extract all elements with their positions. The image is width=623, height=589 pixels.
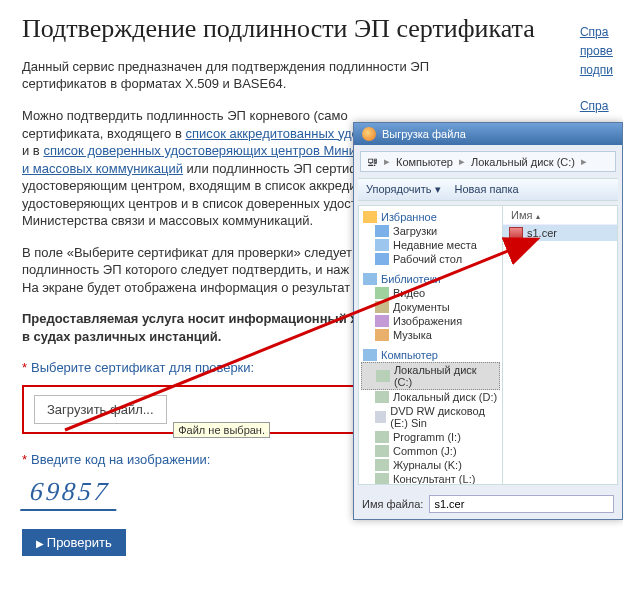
- organize-button[interactable]: Упорядочить ▾: [366, 183, 441, 196]
- new-folder-button[interactable]: Новая папка: [455, 183, 519, 196]
- tree-drive-d[interactable]: Локальный диск (D:): [361, 390, 500, 404]
- accredited-link[interactable]: список аккредитованных удо: [185, 126, 358, 141]
- libraries-group[interactable]: Библиотеки: [361, 272, 500, 286]
- favorites-group[interactable]: Избранное: [361, 210, 500, 224]
- tree-drive-k[interactable]: Журналы (K:): [361, 458, 500, 472]
- dialog-titlebar[interactable]: Выгрузка файла: [354, 123, 622, 145]
- computer-icon: 🖳: [367, 156, 378, 168]
- trusted-centers-link[interactable]: список доверенных удостоверяющих центров…: [43, 143, 362, 158]
- filename-input[interactable]: [429, 495, 614, 513]
- file-list-pane[interactable]: Имя ▴ s1.cer: [503, 205, 618, 485]
- file-upload-dialog: Выгрузка файла 🖳 ▸ Компьютер ▸ Локальный…: [353, 122, 623, 520]
- file-item-s1cer[interactable]: s1.cer: [503, 225, 617, 241]
- certificate-icon: [509, 227, 523, 239]
- file-list-header[interactable]: Имя ▴: [503, 206, 617, 225]
- tree-drive-l[interactable]: Консультант (L:): [361, 472, 500, 485]
- tree-drive-c[interactable]: Локальный диск (C:): [361, 362, 500, 390]
- tree-drive-dvd[interactable]: DVD RW дисковод (E:) Sin: [361, 404, 500, 430]
- dialog-title-text: Выгрузка файла: [382, 128, 466, 140]
- intro-paragraph: Данный сервис предназначен для подтвержд…: [22, 58, 442, 93]
- no-file-tooltip: Файл не выбран.: [173, 422, 270, 438]
- side-link-4[interactable]: Спра: [580, 99, 609, 113]
- tree-video[interactable]: Видео: [361, 286, 500, 300]
- submit-button[interactable]: Проверить: [22, 529, 126, 556]
- tree-recent[interactable]: Недавние места: [361, 238, 500, 252]
- folder-tree[interactable]: Избранное Загрузки Недавние места Рабочи…: [358, 205, 503, 485]
- side-link-1[interactable]: Спра: [580, 25, 609, 39]
- tree-images[interactable]: Изображения: [361, 314, 500, 328]
- tree-drive-i[interactable]: Programm (I:): [361, 430, 500, 444]
- filename-label: Имя файла:: [362, 498, 423, 510]
- dialog-footer: Имя файла:: [354, 489, 622, 519]
- tree-music[interactable]: Музыка: [361, 328, 500, 342]
- tree-docs[interactable]: Документы: [361, 300, 500, 314]
- captcha-image: 69857: [20, 477, 120, 511]
- breadcrumb[interactable]: 🖳 ▸ Компьютер ▸ Локальный диск (C:) ▸: [360, 151, 616, 172]
- tree-drive-j[interactable]: Common (J:): [361, 444, 500, 458]
- tree-desktop[interactable]: Рабочий стол: [361, 252, 500, 266]
- upload-file-button[interactable]: Загрузить файл...: [34, 395, 167, 424]
- firefox-icon: [362, 127, 376, 141]
- mass-comm-link[interactable]: и массовых коммуникаций: [22, 161, 183, 176]
- dialog-toolbar: Упорядочить ▾ Новая папка: [358, 178, 618, 201]
- side-link-3[interactable]: подпи: [580, 63, 613, 77]
- upload-highlight-box: Загрузить файл... Файл не выбран.: [22, 385, 362, 434]
- page-title: Подтверждение подлинности ЭП сертификата: [22, 14, 623, 44]
- computer-group[interactable]: Компьютер: [361, 348, 500, 362]
- tree-downloads[interactable]: Загрузки: [361, 224, 500, 238]
- side-link-2[interactable]: прове: [580, 44, 613, 58]
